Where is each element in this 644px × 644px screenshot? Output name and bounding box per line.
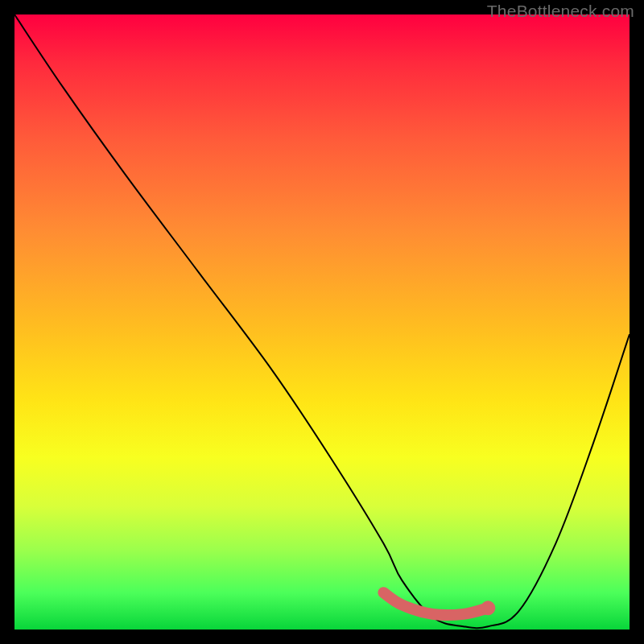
- chart-stage: TheBottleneck.com: [0, 0, 644, 644]
- plot-area: [14, 14, 630, 630]
- bottleneck-curve: [14, 14, 630, 628]
- watermark-text: TheBottleneck.com: [487, 2, 634, 21]
- plot-svg: [14, 14, 630, 630]
- sweet-spot-segment: [383, 592, 488, 615]
- sweet-spot-end-dot: [481, 601, 495, 615]
